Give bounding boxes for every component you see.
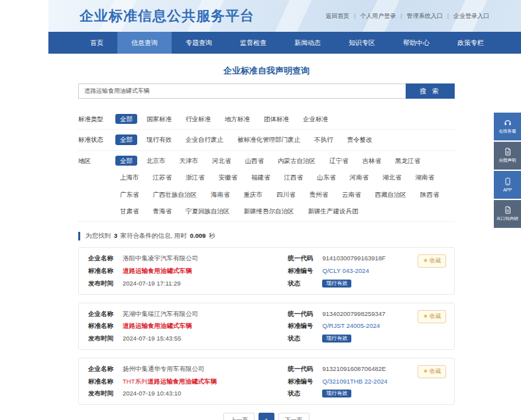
nav-knowledge[interactable]: 知识专区 bbox=[335, 32, 389, 54]
nav-policy[interactable]: 政策专栏 bbox=[443, 32, 498, 54]
filter-label-standard-type: 标准类型 bbox=[78, 114, 115, 124]
filter-region-option[interactable]: 云南省 bbox=[337, 189, 366, 199]
main-content: 企业标准自我声明查询 搜 索 标准类型 全部 国家标准 行业标准 地方标准 团体… bbox=[78, 65, 455, 420]
filter-status-option[interactable]: 被标准化管理部门废止 bbox=[233, 134, 305, 144]
filter-region-option[interactable]: 北京市 bbox=[142, 156, 170, 166]
nav-home[interactable]: 首页 bbox=[76, 32, 117, 54]
floating-toolbar: 在线客服 自我声明 APP 出口转内销 bbox=[494, 113, 521, 228]
filter-region-option[interactable]: 江苏省 bbox=[148, 172, 177, 182]
results-middle: 家符合条件的信息, 用时 bbox=[121, 232, 187, 239]
filter-region-option[interactable]: 山西省 bbox=[241, 156, 269, 166]
self-declaration-button[interactable]: 自我声明 bbox=[494, 142, 521, 170]
nav-topic-query[interactable]: 专题查询 bbox=[172, 32, 226, 54]
filter-type-option[interactable]: 企业标准 bbox=[298, 114, 333, 124]
standard-number-link[interactable]: Q/RJST 24005-2024 bbox=[322, 321, 380, 331]
search-button[interactable]: 搜 索 bbox=[406, 83, 455, 99]
filter-region-option[interactable]: 福建省 bbox=[247, 172, 275, 182]
filter-region-option[interactable]: 辽宁省 bbox=[325, 156, 353, 166]
status-badge: 现行有效 bbox=[322, 390, 351, 397]
nav-supervision[interactable]: 监督检查 bbox=[226, 32, 280, 54]
filter-region-option[interactable]: 天津市 bbox=[175, 156, 203, 166]
link-personal-login[interactable]: 个人用户登录 bbox=[349, 12, 396, 21]
filter-status-option[interactable]: 现行有效 bbox=[142, 134, 176, 144]
status-badge: 现行有效 bbox=[322, 335, 351, 342]
filter-region-option[interactable]: 上海市 bbox=[115, 172, 144, 182]
status-label: 状态 bbox=[288, 389, 322, 398]
standard-number-link[interactable]: Q/321091THB 22-2024 bbox=[322, 377, 387, 386]
link-admin-entry[interactable]: 管理系统入口 bbox=[396, 12, 442, 21]
page-number-1[interactable]: 1 bbox=[259, 413, 274, 420]
filter-region-option[interactable]: 广东省 bbox=[115, 189, 144, 199]
filter-type-option[interactable]: 团体标准 bbox=[259, 114, 294, 124]
filter-region-option[interactable]: 山东省 bbox=[312, 172, 341, 182]
filter-type-option[interactable]: 国家标准 bbox=[142, 114, 176, 124]
nav-news[interactable]: 新闻动态 bbox=[280, 32, 335, 54]
company-name: 芜湖中集瑞江汽车有限公司 bbox=[123, 309, 198, 319]
filter-region-option[interactable]: 新疆维吾尔自治区 bbox=[239, 206, 299, 216]
filter-region-option[interactable]: 广西壮族自治区 bbox=[148, 189, 202, 199]
filter-region-option[interactable]: 内蒙古自治区 bbox=[273, 156, 320, 166]
filter-region-option[interactable]: 四川省 bbox=[272, 189, 300, 199]
card-left-col: 企业名称芜湖中集瑞江汽车有限公司 标准名称道路运输食用油罐式车辆 发布时间202… bbox=[88, 309, 288, 343]
export-to-domestic-label: 出口转内销 bbox=[496, 216, 518, 222]
filter-region-option[interactable]: 海南省 bbox=[206, 189, 235, 199]
headset-icon bbox=[504, 119, 512, 127]
online-service-label: 在线客服 bbox=[499, 129, 516, 134]
filter-status-option[interactable]: 责令整改 bbox=[343, 134, 377, 144]
unified-code-label: 统一代码 bbox=[288, 364, 322, 374]
favorite-button[interactable]: ★收藏 bbox=[418, 365, 446, 378]
export-to-domestic-button[interactable]: 出口转内销 bbox=[494, 200, 521, 228]
filter-region-option[interactable]: 青海省 bbox=[148, 206, 177, 216]
filter-region-option[interactable]: 安徽省 bbox=[214, 172, 243, 182]
status-badge: 现行有效 bbox=[322, 280, 351, 288]
filter-region-option[interactable]: 江西省 bbox=[280, 172, 308, 182]
link-return-home[interactable]: 返回首页 bbox=[325, 12, 349, 21]
nav-help[interactable]: 帮助中心 bbox=[389, 32, 443, 54]
filter-region-option[interactable]: 湖北省 bbox=[378, 172, 406, 182]
filter-status-option[interactable]: 全部 bbox=[115, 134, 137, 144]
online-service-button[interactable]: 在线客服 bbox=[494, 113, 521, 140]
link-enterprise-login[interactable]: 企业登录入口 bbox=[443, 12, 489, 21]
filter-region-option[interactable]: 黑龙江省 bbox=[390, 156, 425, 166]
favorite-button[interactable]: ★收藏 bbox=[418, 254, 446, 268]
filter-region-option[interactable]: 重庆市 bbox=[239, 189, 268, 199]
filter-region-option[interactable]: 吉林省 bbox=[358, 156, 386, 166]
star-icon: ★ bbox=[423, 368, 428, 374]
filter-status-option[interactable]: 不执行 bbox=[310, 134, 338, 144]
filter-region-option[interactable]: 河南省 bbox=[345, 172, 374, 182]
filter-region-option[interactable]: 河北省 bbox=[207, 156, 236, 166]
prev-page-button[interactable]: 上一页 bbox=[223, 413, 255, 420]
filter-region-options: 全部 北京市 天津市 河北省 山西省 内蒙古自治区 辽宁省 吉林省 黑龙江省 上… bbox=[115, 156, 455, 217]
filter-status-option[interactable]: 企业自行废止 bbox=[181, 134, 228, 144]
nav-info-query[interactable]: 信息查询 bbox=[117, 32, 172, 54]
filter-region-option[interactable]: 西藏自治区 bbox=[371, 189, 412, 199]
filter-row-standard-status: 标准状态 全部 现行有效 企业自行废止 被标准化管理部门废止 不执行 责令整改 bbox=[78, 130, 455, 150]
header-links: 返回首页 个人用户登录 管理系统入口 企业登录入口 bbox=[325, 12, 489, 21]
standard-name-prefix: THT系列 bbox=[123, 378, 147, 385]
filter-type-option[interactable]: 行业标准 bbox=[181, 114, 215, 124]
filter-region-option[interactable]: 贵州省 bbox=[305, 189, 333, 199]
status-label: 状态 bbox=[288, 334, 322, 343]
filter-row-region: 地区 全部 北京市 天津市 河北省 山西省 内蒙古自治区 辽宁省 吉林省 黑龙江… bbox=[78, 151, 455, 223]
standard-number-link[interactable]: Q/CLY 043-2024 bbox=[322, 266, 369, 276]
self-declaration-label: 自我声明 bbox=[499, 158, 516, 164]
document-icon bbox=[504, 148, 512, 156]
next-page-button[interactable]: 下一页 bbox=[278, 413, 310, 420]
app-download-button[interactable]: APP bbox=[494, 171, 521, 199]
filter-region-option[interactable]: 陕西省 bbox=[416, 189, 444, 199]
site-logo: 企业标准信息公共服务平台 bbox=[80, 7, 255, 25]
results-summary: 为您找到 3 家符合条件的信息, 用时 0.009 秒 bbox=[78, 232, 455, 240]
standard-name: 道路运输食用油罐式车辆 bbox=[123, 322, 192, 329]
search-input[interactable] bbox=[78, 83, 406, 99]
filter-region-option[interactable]: 宁夏回族自治区 bbox=[181, 206, 235, 216]
filter-region-option[interactable]: 湖南省 bbox=[411, 172, 439, 182]
favorite-button[interactable]: ★收藏 bbox=[418, 310, 446, 323]
favorite-label: 收藏 bbox=[430, 368, 441, 374]
filter-region-option[interactable]: 浙江省 bbox=[181, 172, 209, 182]
filter-region-option[interactable]: 全部 bbox=[115, 156, 137, 166]
filter-type-option[interactable]: 全部 bbox=[115, 114, 137, 124]
filter-type-option[interactable]: 地方标准 bbox=[220, 114, 255, 124]
app-download-label: APP bbox=[503, 187, 512, 192]
filter-region-option[interactable]: 新疆生产建设兵团 bbox=[304, 206, 363, 216]
filter-region-option[interactable]: 甘肃省 bbox=[115, 206, 144, 216]
